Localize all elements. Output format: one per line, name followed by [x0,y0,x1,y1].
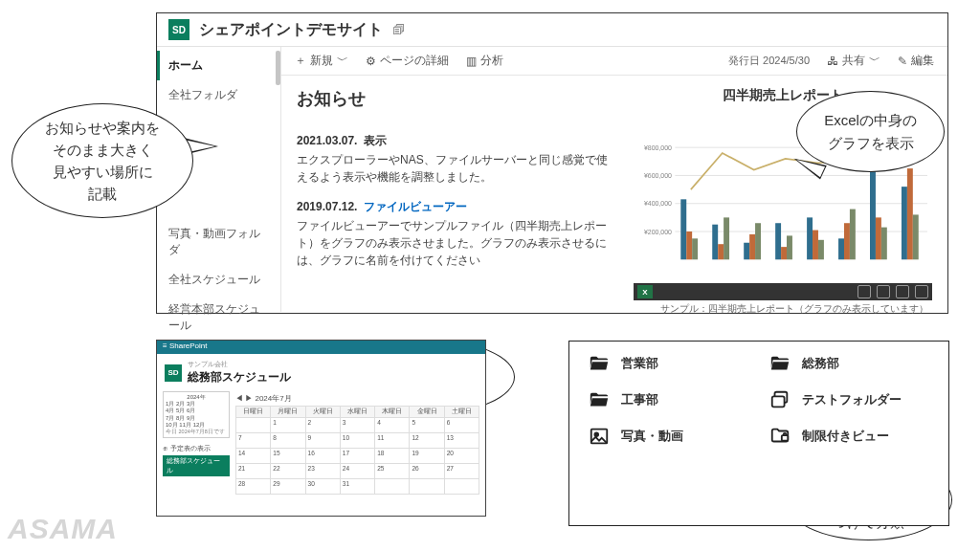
folder-frame: 営業部 総務部 工事部 テストフォルダー 写真・動画 制限付きビュー [568,341,949,526]
callout-excel: Excelの中身の グラフを表示 [796,91,945,172]
svg-rect-24 [844,223,850,259]
sidebar-item-all-folder[interactable]: 全社フォルダ [157,80,280,110]
sidebar-scrollbar[interactable] [276,51,280,85]
svg-rect-31 [913,214,919,259]
edit-button[interactable]: ✎編集 [898,53,934,69]
folder-item[interactable]: 制限付きビュー [768,426,931,447]
mini-title: 総務部スケジュール [188,369,291,386]
svg-rect-28 [881,228,887,260]
folder-label: 工事部 [621,391,658,408]
site-logo: SD [168,19,189,40]
folder-item[interactable]: 写真・動画 [587,426,750,447]
publish-date: 発行日 2024/5/30 [728,54,810,68]
svg-rect-33 [772,396,785,407]
folder-label: 営業部 [621,355,658,372]
folder-label: テストフォルダー [802,391,902,408]
folder-label: 制限付きビュー [802,428,889,445]
chevron-down-icon: ﹀ [337,53,348,69]
svg-rect-15 [749,234,755,259]
svg-point-35 [594,432,598,436]
svg-rect-27 [876,217,881,259]
svg-rect-36 [782,435,788,441]
mini-month-picker[interactable]: 2024年 1月 2月 3月4月 5月 6月7月 8月 9月10月 11月 12… [163,391,230,438]
gear-icon: ⚙ [366,55,376,68]
mini-month-nav[interactable]: ◀ ▶ 2024年7月 [235,391,479,406]
folder-item[interactable]: 工事部 [587,389,750,410]
toolbar-btn-3[interactable] [896,285,909,298]
image-icon [587,426,612,447]
mini-breadcrumb: サンプル会社 [188,360,291,369]
svg-rect-12 [718,244,724,259]
news-date: 2021.03.07. [297,134,357,147]
svg-rect-30 [907,168,913,259]
folder-item[interactable]: 営業部 [587,353,750,374]
svg-rect-13 [724,217,729,259]
svg-rect-17 [775,223,781,259]
svg-text:¥400,000: ¥400,000 [644,200,672,207]
news-column: お知らせ 2021.03.07. 表示 エクスプローラーやNAS、ファイルサーバ… [297,87,611,318]
mini-topbar: ≡ SharePoint [157,341,485,354]
svg-rect-29 [902,187,907,259]
news-heading: お知らせ [297,87,611,110]
folder-copy-icon [768,389,792,410]
svg-text:¥800,000: ¥800,000 [644,144,672,151]
svg-rect-26 [870,162,876,260]
folder-lock-icon [768,426,792,447]
chart-icon: ▥ [466,55,477,68]
sidebar-item-all-schedule[interactable]: 全社スケジュール [157,265,280,295]
watermark-logo: ASAMA [8,513,118,545]
toolbar-btn-2[interactable] [877,285,890,298]
pencil-icon: ✎ [898,55,907,68]
callout-news: お知らせや案内を そのまま大きく 見やすい場所に 記載 [11,103,193,218]
calendar-frame: ≡ SharePoint SD サンプル会社 総務部スケジュール 2024年 1… [156,340,486,517]
folder-open-icon [587,389,612,410]
plus-icon: ＋ [295,53,306,69]
news-title-link[interactable]: ファイルビューアー [364,200,467,213]
toolbar-btn-1[interactable] [858,285,871,298]
svg-rect-11 [712,225,718,260]
news-desc: ファイルビューアーでサンプルファイル（四半期売上レポート）をグラフのみ表示させま… [297,217,611,269]
svg-rect-16 [755,223,761,259]
page-details-button[interactable]: ⚙ページの詳細 [366,53,449,69]
share-button[interactable]: 🖧共有﹀ [827,53,880,69]
news-item: 2019.07.12. ファイルビューアー ファイルビューアーでサンプルファイル… [297,199,611,269]
new-button[interactable]: ＋新規﹀ [295,53,348,69]
svg-rect-8 [680,199,686,259]
analytics-button[interactable]: ▥分析 [466,53,503,69]
mini-tag[interactable]: 総務部スケジュール [163,455,230,476]
svg-rect-10 [692,238,698,259]
share-icon: 🖧 [827,55,838,68]
chart-caption: サンプル：四半期売上レポート（グラフのみ表示しています） [634,300,932,318]
folder-open-icon [768,353,792,374]
svg-rect-14 [744,243,749,260]
site-title: シェアポイントデモサイト [199,20,383,40]
svg-rect-22 [818,240,824,260]
folder-label: 写真・動画 [621,428,683,445]
svg-rect-25 [850,209,856,260]
news-date: 2019.07.12. [297,200,357,213]
site-header: SD シェアポイントデモサイト 🗊 [157,13,947,47]
folder-item[interactable]: 総務部 [768,353,931,374]
folder-label: 総務部 [802,355,839,372]
calendar-grid[interactable]: 日曜日月曜日火曜日水曜日木曜日金曜日土曜日 123456 78910111213… [235,406,479,495]
svg-rect-19 [787,235,792,259]
news-title-text: 表示 [364,134,387,147]
svg-rect-20 [807,217,813,259]
toolbar-btn-4[interactable] [915,285,928,298]
excel-icon: X [637,285,653,298]
svg-text:¥600,000: ¥600,000 [644,172,672,179]
folder-open-icon [587,353,612,374]
mini-sched-heading: ⊕ 予定表の表示 [163,444,230,453]
folder-item[interactable]: テストフォルダー [768,389,931,410]
mini-logo: SD [165,364,182,382]
teams-icon[interactable]: 🗊 [392,22,406,37]
chevron-down-icon: ﹀ [869,53,880,69]
news-desc: エクスプローラーやNAS、ファイルサーバーと同じ感覚で使えるよう表示や機能を調整… [297,151,611,186]
sidebar-item-mgmt-schedule[interactable]: 経営本部スケジュール [157,295,280,341]
sidebar-item-home[interactable]: ホーム [157,51,280,80]
svg-text:¥200,000: ¥200,000 [644,229,672,235]
sidebar-item-media-folder[interactable]: 写真・動画フォルダ [157,219,280,265]
news-item: 2021.03.07. 表示 エクスプローラーやNAS、ファイルサーバーと同じ感… [297,133,611,186]
svg-rect-18 [781,247,787,259]
command-bar: ＋新規﹀ ⚙ページの詳細 ▥分析 発行日 2024/5/30 🖧共有﹀ ✎編集 [281,47,947,76]
